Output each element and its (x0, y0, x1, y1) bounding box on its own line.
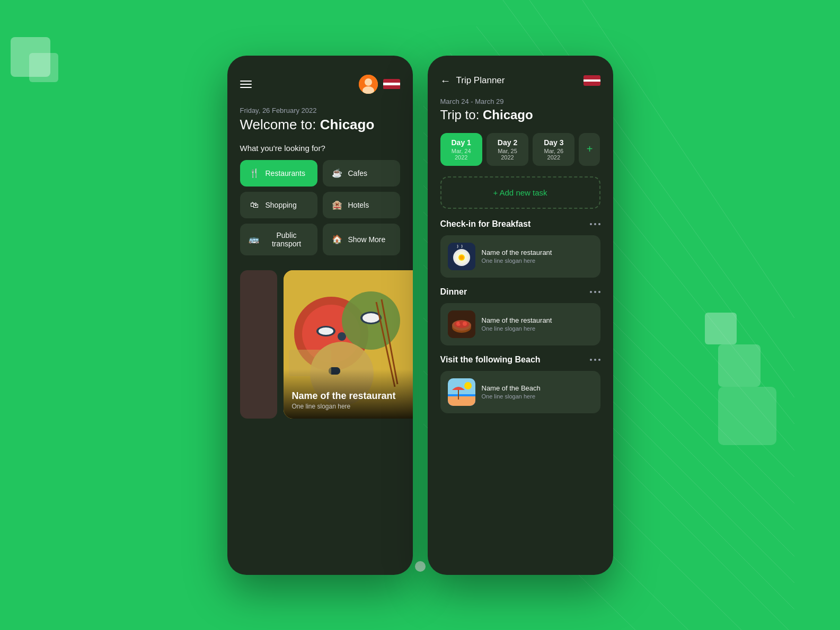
category-grid: 🍴 Restaurants ☕ Cafes 🛍 Shopping 🏨 Hotel… (227, 160, 413, 255)
breakfast-info: Name of the restaurant One line slogan h… (482, 249, 593, 264)
task-breakfast-card[interactable]: Name of the restaurant One line slogan h… (440, 235, 600, 278)
task-beach-title: Visit the following Beach (440, 355, 541, 365)
beach-thumb (448, 378, 475, 406)
avatar-icon (359, 75, 378, 94)
task-section-dinner: Dinner (440, 287, 600, 345)
bus-icon: 🚌 (249, 234, 259, 245)
phones-container: Friday, 26 February 2022 Welcome to: Chi… (227, 56, 613, 575)
dinner-restaurant-name: Name of the restaurant (482, 316, 593, 324)
hotel-icon: 🏨 (331, 199, 343, 211)
card-overlay: Name of the restaurant One line slogan h… (284, 369, 413, 419)
phone1-greeting: Friday, 26 February 2022 Welcome to: Chi… (227, 102, 413, 144)
plus-icon: + (587, 143, 593, 155)
coffee-icon: ☕ (331, 167, 343, 179)
task-section-breakfast: Check-in for Breakfast (440, 219, 600, 278)
task-section-beach: Visit the following Beach (440, 355, 600, 413)
restaurant-slogan: One line slogan here (292, 403, 413, 410)
task-dinner-header: Dinner (440, 287, 600, 297)
svg-point-47 (464, 382, 472, 389)
task-beach-card[interactable]: Name of the Beach One line slogan here (440, 371, 600, 413)
menu-icon[interactable] (240, 81, 252, 88)
category-shopping-label: Shopping (266, 201, 297, 209)
main-restaurant-card[interactable]: Name of the restaurant One line slogan h… (284, 270, 413, 419)
trip-title: Trip to: Chicago (440, 108, 600, 122)
beach-info: Name of the Beach One line slogan here (482, 384, 593, 400)
category-transport-label: Public transport (264, 231, 309, 248)
dinner-slogan: One line slogan here (482, 325, 593, 332)
bag-icon: 🛍 (249, 199, 260, 211)
day-tab-3[interactable]: Day 3 Mar, 26 2022 (533, 133, 574, 166)
featured-cards: Name of the restaurant One line slogan h… (227, 270, 413, 419)
task-dinner-more[interactable] (590, 291, 600, 293)
svg-line-11 (582, 0, 794, 318)
back-arrow-icon: ← (440, 75, 451, 87)
home-icon: 🏠 (331, 234, 343, 245)
day2-date: Mar, 25 2022 (493, 148, 522, 161)
phone-home: Friday, 26 February 2022 Welcome to: Chi… (227, 56, 413, 575)
category-show-more[interactable]: 🏠 Show More (323, 224, 400, 255)
day3-date: Mar, 26 2022 (539, 148, 568, 161)
svg-point-37 (459, 255, 464, 260)
day2-label: Day 2 (493, 138, 522, 147)
us-flag-icon-1 (383, 79, 400, 90)
category-cafes-label: Cafes (348, 169, 368, 178)
phone2-header: ← Trip Planner (428, 56, 613, 95)
phone1-header (227, 56, 413, 102)
trip-info: March 24 - March 29 Trip to: Chicago (428, 95, 613, 133)
side-card-left (240, 270, 277, 419)
svg-point-23 (338, 332, 346, 341)
breakfast-restaurant-name: Name of the restaurant (482, 249, 593, 256)
header-right (359, 75, 400, 94)
dinner-info: Name of the restaurant One line slogan h… (482, 316, 593, 332)
task-beach-more[interactable] (590, 359, 600, 361)
bg-square-5 (718, 387, 776, 445)
date-label: Friday, 26 February 2022 (240, 107, 400, 114)
back-button[interactable]: ← Trip Planner (440, 75, 505, 87)
bg-square-2 (29, 53, 58, 82)
day-tab-2[interactable]: Day 2 Mar, 25 2022 (487, 133, 528, 166)
task-dinner-card[interactable]: Name of the restaurant One line slogan h… (440, 303, 600, 345)
dinner-icon (448, 310, 475, 338)
day1-label: Day 1 (447, 138, 476, 147)
bg-square-3 (705, 313, 737, 344)
category-restaurants[interactable]: 🍴 Restaurants (240, 160, 317, 187)
add-task-box[interactable]: + Add new task (440, 176, 600, 209)
welcome-label: Welcome to: Chicago (240, 117, 400, 133)
breakfast-slogan: One line slogan here (482, 258, 593, 264)
task-breakfast-more[interactable] (590, 223, 600, 225)
task-breakfast-header: Check-in for Breakfast (440, 219, 600, 229)
task-beach-header: Visit the following Beach (440, 355, 600, 365)
task-dinner-title: Dinner (440, 287, 467, 297)
category-restaurants-label: Restaurants (266, 169, 305, 178)
svg-rect-49 (448, 396, 475, 406)
beach-name: Name of the Beach (482, 384, 593, 392)
dinner-thumb (448, 310, 475, 338)
svg-point-16 (365, 78, 372, 86)
task-breakfast-title: Check-in for Breakfast (440, 219, 531, 229)
category-more-label: Show More (348, 235, 386, 244)
svg-point-26 (362, 313, 379, 323)
add-day-button[interactable]: + (579, 133, 600, 166)
day-tab-1[interactable]: Day 1 Mar, 24 2022 (440, 133, 482, 166)
category-public-transport[interactable]: 🚌 Public transport (240, 224, 317, 255)
day3-label: Day 3 (539, 138, 568, 147)
search-section-title: What you're looking for? (227, 144, 413, 160)
breakfast-icon (448, 243, 475, 270)
fork-knife-icon: 🍴 (249, 167, 260, 179)
category-cafes[interactable]: ☕ Cafes (323, 160, 400, 187)
beach-icon (448, 378, 475, 406)
trip-planner-title: Trip Planner (456, 75, 505, 86)
bg-square-4 (718, 344, 761, 387)
category-shopping[interactable]: 🛍 Shopping (240, 192, 317, 218)
day1-date: Mar, 24 2022 (447, 148, 476, 161)
phone-trip-planner: ← Trip Planner March 24 - March 29 Trip … (428, 56, 613, 575)
us-flag-icon-2 (583, 75, 600, 86)
category-hotels-label: Hotels (348, 201, 369, 209)
add-task-label: + Add new task (493, 188, 547, 197)
restaurant-name: Name of the restaurant (292, 391, 413, 402)
svg-point-22 (319, 327, 333, 335)
category-hotels[interactable]: 🏨 Hotels (323, 192, 400, 218)
breakfast-thumb (448, 243, 475, 270)
avatar[interactable] (359, 75, 378, 94)
trip-dates: March 24 - March 29 (440, 97, 600, 105)
